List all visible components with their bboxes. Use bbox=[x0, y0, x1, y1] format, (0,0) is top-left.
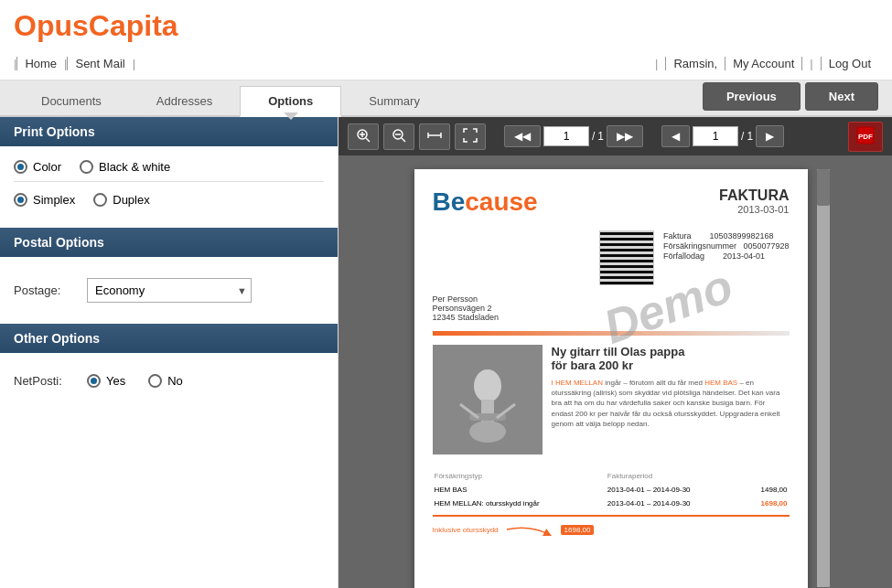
page-current-input2[interactable] bbox=[693, 126, 738, 146]
logo: OpusCapita bbox=[14, 9, 178, 43]
fit-page-button[interactable] bbox=[455, 123, 486, 150]
pdf-icon-button[interactable]: PDF bbox=[848, 122, 883, 152]
nav-right: | Ramsin, My Account | Log Out bbox=[648, 57, 878, 70]
print-options-content: Color Black & white Simplex Duplex bbox=[0, 146, 338, 228]
table-row: HEM MELLAN: otursskydd ingår 2013-04-01 … bbox=[435, 497, 788, 509]
row2-amount-bubble: 1698,00 bbox=[561, 525, 595, 535]
nav-home[interactable]: Home bbox=[16, 57, 64, 70]
scrollbar-thumb[interactable] bbox=[817, 169, 830, 206]
qr-code bbox=[599, 230, 654, 285]
col-type: Försäkringstyp bbox=[435, 470, 606, 482]
other-options-header: Other Options bbox=[0, 324, 338, 353]
inclusive-note: Inklusive otursskydd 1698,00 bbox=[433, 520, 790, 539]
nav-sent-mail[interactable]: Sent Mail bbox=[67, 57, 132, 70]
promo-hem-mellan: I HEM MELLAN bbox=[552, 379, 603, 387]
doc-logo-cause: cause bbox=[465, 187, 537, 216]
postage-select-wrapper: Economy Priority Express ▼ bbox=[87, 278, 252, 303]
doc-faktura: FAKTURA 2013-03-01 bbox=[719, 187, 789, 215]
no-radio[interactable] bbox=[148, 374, 162, 388]
left-panel: Print Options Color Black & white Simple… bbox=[0, 117, 339, 588]
nav-left: | Home | Sent Mail | bbox=[14, 57, 135, 70]
previous-button[interactable]: Previous bbox=[703, 82, 801, 111]
print-options-header: Print Options bbox=[0, 117, 338, 146]
next-button[interactable]: Next bbox=[805, 82, 878, 111]
faktura-date: 2013-03-01 bbox=[719, 204, 789, 215]
no-option[interactable]: No bbox=[148, 374, 183, 388]
yes-radio[interactable] bbox=[87, 374, 101, 388]
simplex-option[interactable]: Simplex bbox=[14, 193, 75, 207]
svg-point-15 bbox=[469, 421, 506, 443]
forfallo-date: 2013-04-01 bbox=[723, 251, 765, 261]
bw-label: Black & white bbox=[99, 160, 170, 174]
yes-label: Yes bbox=[106, 374, 125, 388]
main-content: Print Options Color Black & white Simple… bbox=[0, 117, 892, 588]
page-nav-first: ◀◀ / 1 ▶▶ bbox=[504, 125, 643, 147]
doc-logo: Because bbox=[433, 187, 538, 217]
row1-period: 2013-04-01 – 2014-09-30 bbox=[607, 484, 743, 496]
divider-line bbox=[433, 515, 790, 517]
tab-addresses[interactable]: Addresses bbox=[129, 87, 240, 115]
row1-amount: 1498,00 bbox=[744, 484, 787, 496]
col-amount bbox=[744, 470, 787, 482]
preview-scrollbar[interactable] bbox=[817, 169, 830, 587]
forsakring-nr: 0050077928 bbox=[743, 241, 789, 251]
doc-info-section: Faktura 10503899982168 Försäkringsnummer… bbox=[433, 230, 790, 285]
postage-select[interactable]: Economy Priority Express bbox=[87, 278, 252, 303]
logo-text2: Capita bbox=[89, 9, 178, 42]
prev-page-button[interactable]: ◀ bbox=[661, 125, 690, 147]
promo-image bbox=[433, 345, 543, 454]
last-page-button[interactable]: ▶▶ bbox=[607, 125, 643, 147]
faktura-title: FAKTURA bbox=[719, 187, 789, 204]
header: OpusCapita bbox=[0, 0, 892, 48]
next-page-button[interactable]: ▶ bbox=[756, 125, 784, 147]
nav-account[interactable]: My Account bbox=[725, 57, 801, 70]
simplex-row: Simplex Duplex bbox=[14, 193, 324, 207]
yes-option[interactable]: Yes bbox=[87, 374, 125, 388]
color-radio[interactable] bbox=[14, 160, 27, 174]
doc-details: Faktura 10503899982168 Försäkringsnummer… bbox=[663, 230, 790, 262]
page-current-input[interactable] bbox=[543, 126, 589, 146]
duplex-radio[interactable] bbox=[93, 193, 107, 207]
table-row: HEM BAS 2013-04-01 – 2014-09-30 1498,00 bbox=[435, 484, 788, 496]
promo-text2: ingår – förutom allt du får med bbox=[605, 379, 704, 387]
tab-options[interactable]: Options bbox=[240, 86, 341, 117]
promo-body: I HEM MELLAN ingår – förutom allt du får… bbox=[552, 378, 790, 429]
page-nav-second: ◀ / 1 ▶ bbox=[661, 125, 784, 147]
logo-text1: Opus bbox=[14, 9, 89, 42]
bw-option[interactable]: Black & white bbox=[80, 160, 170, 174]
color-option[interactable]: Color bbox=[14, 160, 61, 174]
svg-text:PDF: PDF bbox=[858, 133, 873, 141]
row1-type: HEM BAS bbox=[435, 484, 606, 496]
tabs-right: Previous Next bbox=[703, 82, 878, 115]
promo-section: Ny gitarr till Olas pappaför bara 200 kr… bbox=[433, 345, 790, 454]
svg-line-1 bbox=[366, 138, 370, 142]
preview-area[interactable]: Because FAKTURA 2013-03-01 Demo bbox=[339, 155, 892, 588]
preview-document: Because FAKTURA 2013-03-01 Demo bbox=[414, 169, 808, 588]
tabs-left: Documents Addresses Options Summary bbox=[14, 86, 447, 115]
simplex-radio[interactable] bbox=[14, 193, 27, 207]
first-page-button[interactable]: ◀◀ bbox=[504, 125, 541, 147]
bw-radio[interactable] bbox=[80, 160, 93, 174]
row2-amount: 1698,00 bbox=[744, 497, 787, 509]
zoom-in-button[interactable] bbox=[348, 123, 379, 150]
faktura-nr: 10503899982168 bbox=[709, 231, 773, 241]
invoice-table: Försäkringstyp Fakturaperiod HEM BAS 201… bbox=[433, 468, 790, 511]
row2-period: 2013-04-01 – 2014-09-30 bbox=[607, 497, 743, 509]
color-row: Color Black & white bbox=[14, 160, 324, 174]
duplex-option[interactable]: Duplex bbox=[93, 193, 149, 207]
doc-logo-be: Be bbox=[433, 187, 466, 216]
doc-header: Because FAKTURA 2013-03-01 bbox=[433, 187, 790, 217]
row2-type: HEM MELLAN: otursskydd ingår bbox=[435, 497, 606, 509]
tab-summary[interactable]: Summary bbox=[341, 87, 447, 115]
postal-options-content: Postage: Economy Priority Express ▼ bbox=[0, 257, 338, 324]
promo-hem-bas: HEM BAS bbox=[704, 379, 737, 387]
nav-logout[interactable]: Log Out bbox=[821, 57, 878, 70]
zoom-out-button[interactable] bbox=[383, 123, 414, 150]
page-total2: 1 bbox=[747, 130, 753, 143]
no-label: No bbox=[167, 374, 183, 388]
tab-documents[interactable]: Documents bbox=[14, 87, 129, 115]
faktura-nr-label: Faktura bbox=[663, 231, 692, 241]
fit-width-button[interactable] bbox=[419, 123, 450, 150]
promo-text: Ny gitarr till Olas pappaför bara 200 kr… bbox=[552, 345, 790, 454]
promo-title: Ny gitarr till Olas pappaför bara 200 kr bbox=[552, 345, 790, 372]
